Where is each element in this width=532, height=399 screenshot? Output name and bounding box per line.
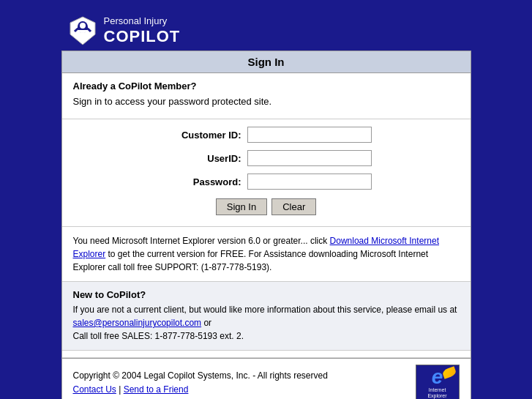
ie-swoop <box>441 366 457 379</box>
new-text-after: or <box>201 318 211 328</box>
logo-line2: COPILOT <box>104 27 181 46</box>
clear-button[interactable]: Clear <box>271 198 316 215</box>
copyright-text: Copyright © 2004 Legal Copilot Systems, … <box>73 369 328 383</box>
userid-row: UserID: <box>73 150 460 166</box>
logo-icon <box>67 15 98 46</box>
userid-label: UserID: <box>161 153 241 164</box>
contact-us-link[interactable]: Contact Us <box>73 384 116 395</box>
new-copilot-title: New to CoPilot? <box>73 289 460 300</box>
button-row: Sign In Clear <box>73 198 460 215</box>
sign-in-header: Sign In <box>62 51 471 73</box>
info-text-after: to get the current version for FREE. For… <box>73 249 429 272</box>
sign-in-button[interactable]: Sign In <box>216 198 267 215</box>
info-section: You need Microsoft Internet Explorer ver… <box>62 227 471 282</box>
customer-id-label: Customer ID: <box>161 130 241 141</box>
customer-id-row: Customer ID: <box>73 127 460 143</box>
logo-line1: Personal Injury <box>104 15 181 27</box>
already-member-title: Already a CoPilot Member? <box>73 81 460 92</box>
ie-logo-e: e <box>432 367 443 387</box>
new-copilot-section: New to CoPilot? If you are not a current… <box>62 282 471 351</box>
spacer <box>62 351 471 358</box>
new-copilot-text: If you are not a current client, but wou… <box>73 303 460 343</box>
form-area: Customer ID: UserID: Password: Sign In C… <box>62 119 471 227</box>
password-input[interactable] <box>247 174 372 190</box>
outer-wrapper: Personal Injury COPILOT Sign In Already … <box>61 11 471 399</box>
phone-line: Call toll free SALES: 1-877-778-5193 ext… <box>73 331 244 341</box>
password-label: Password: <box>161 176 241 187</box>
userid-input[interactable] <box>247 150 372 166</box>
logo-container: Personal Injury COPILOT <box>67 15 181 46</box>
footer-right: e InternetExplorer <box>416 365 460 399</box>
email-link[interactable]: sales@personalinjurycopilot.com <box>73 318 202 328</box>
footer-links: Contact Us | Send to a Friend <box>73 383 328 397</box>
info-text-before: You need Microsoft Internet Explorer ver… <box>73 236 330 246</box>
already-member-description: Sign in to access your password protecte… <box>73 96 460 107</box>
new-text-before: If you are not a current client, but wou… <box>73 305 457 315</box>
already-member-section: Already a CoPilot Member? Sign in to acc… <box>62 73 471 119</box>
ie-logo-text: InternetExplorer <box>427 387 446 399</box>
customer-id-input[interactable] <box>247 127 372 143</box>
main-box: Sign In Already a CoPilot Member? Sign i… <box>61 51 471 399</box>
svg-point-2 <box>80 23 86 29</box>
logo-text: Personal Injury COPILOT <box>104 15 181 46</box>
password-row: Password: <box>73 174 460 190</box>
header: Personal Injury COPILOT <box>61 11 471 51</box>
footer-left: Copyright © 2004 Legal Copilot Systems, … <box>73 369 328 397</box>
send-to-friend-link[interactable]: Send to a Friend <box>124 384 189 395</box>
ie-badge: e InternetExplorer <box>416 365 460 399</box>
footer: Copyright © 2004 Legal Copilot Systems, … <box>62 358 471 399</box>
